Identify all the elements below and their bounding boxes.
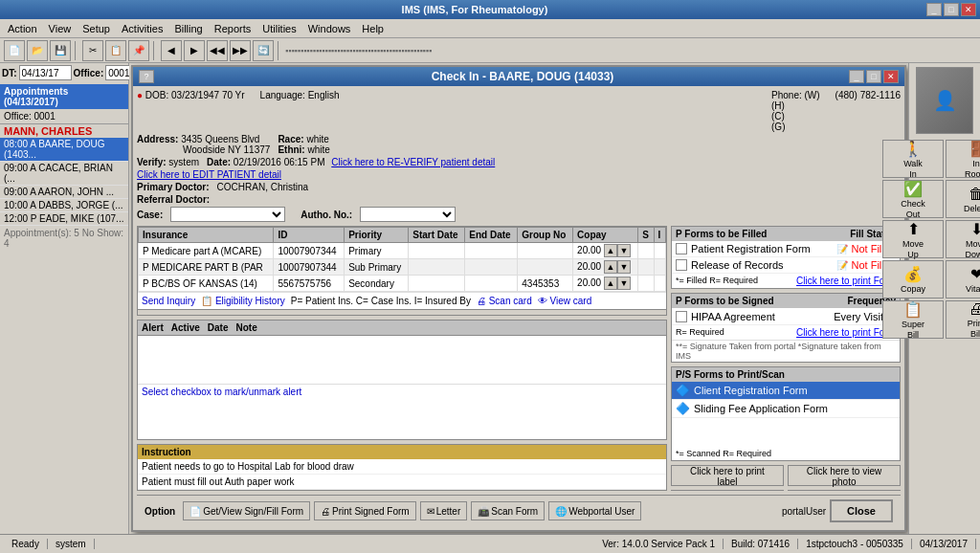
case-label: Case:: [137, 210, 163, 220]
verify-section: Verify: system: [137, 157, 199, 167]
print-label-btn[interactable]: Click here to print label: [671, 465, 784, 486]
back-button[interactable]: ◀: [161, 40, 182, 61]
click-print-form-btn[interactable]: Click here to print Form: [796, 276, 896, 286]
appointment-item[interactable]: 08:00 A BAARE, DOUG (1403...: [0, 138, 128, 162]
appointment-item[interactable]: 10:00 A DABBS, JORGE (...: [0, 199, 128, 212]
forward-button[interactable]: ▶: [184, 40, 205, 61]
forms-sign-row[interactable]: HIPAA Agreement Every Visit ✏: [672, 308, 900, 325]
close-app-button[interactable]: ✕: [961, 3, 976, 16]
open-button[interactable]: 📂: [27, 40, 48, 61]
menu-reports[interactable]: Reports: [209, 21, 257, 36]
patient-info-section: ● DOB: 03/23/1947 70 Yr Language: Englis…: [137, 90, 901, 222]
letter-bottom-btn[interactable]: ✉ Letter: [420, 501, 468, 520]
appointment-item[interactable]: 09:00 A AARON, JOHN ...: [0, 186, 128, 199]
form-sign-checkbox[interactable]: [676, 311, 687, 322]
scan-form-btn[interactable]: 📠 Scan Form: [471, 501, 545, 520]
reverify-link[interactable]: Click here to RE-VERIFY patient detail: [331, 157, 495, 167]
cut-button[interactable]: ✂: [82, 40, 103, 61]
dialog-close-button[interactable]: ✕: [883, 70, 899, 83]
send-inquiry-btn[interactable]: Send Inquiry: [142, 296, 195, 306]
paste-button[interactable]: 📌: [128, 40, 149, 61]
menu-action[interactable]: Action: [2, 21, 43, 36]
office-label: Office:: [74, 68, 104, 78]
patient-info-row4: Click here to EDIT PATIENT detail: [137, 169, 901, 180]
forms-sign-title: P Forms to be Signed: [676, 296, 774, 306]
menu-setup[interactable]: Setup: [77, 21, 116, 36]
dialog-minimize-button[interactable]: _: [849, 70, 864, 83]
maximize-button[interactable]: □: [944, 3, 959, 16]
menu-utilities[interactable]: Utilities: [256, 21, 301, 36]
address-label: Address:: [137, 134, 178, 144]
menu-activities[interactable]: Activities: [116, 21, 168, 36]
delete-button[interactable]: 🗑 Delete: [946, 180, 980, 218]
copy-button[interactable]: 📋: [105, 40, 126, 61]
case-dropdown[interactable]: [170, 207, 285, 222]
insurance-row[interactable]: P BC/BS OF KANSAS (14) 5567575756 Second…: [139, 276, 666, 292]
alert-header: Alert Active Date Note: [138, 321, 666, 336]
select-checkbox-text[interactable]: Select checkbox to mark/unmark alert: [138, 384, 666, 399]
walk-in-button[interactable]: 🚶 Walk In: [882, 140, 944, 178]
autho-dropdown[interactable]: [360, 207, 456, 222]
vitals-button[interactable]: ❤ Vitals: [946, 260, 980, 299]
copay-button[interactable]: 💰 Copay: [882, 260, 944, 299]
app-title: IMS (IMS, For Rheumatology): [23, 4, 926, 15]
refresh-button[interactable]: 🔄: [253, 40, 274, 61]
menu-billing[interactable]: Billing: [168, 21, 208, 36]
scroll-bar[interactable]: [138, 309, 666, 315]
option-label: Option: [145, 506, 175, 517]
in-room-icon: 🚪: [967, 140, 980, 158]
move-up-button[interactable]: ⬆ Move Up: [882, 220, 944, 258]
copay-up-btn[interactable]: ▲: [604, 244, 617, 257]
forms-fill-row[interactable]: Patient Registration Form 📝 Not Filled: [672, 241, 900, 257]
insurance-row[interactable]: P MEDICARE PART B (PAR 10007907344 Sub P…: [139, 259, 666, 276]
forms-print-row[interactable]: 🔷 Sliding Fee Application Form: [672, 400, 900, 418]
edit-patient-link[interactable]: Click here to EDIT PATIENT detail: [137, 169, 281, 180]
webportal-user-btn[interactable]: 🌐 Webportal User: [548, 501, 641, 520]
primary-doctor-label: Primary Doctor:: [137, 182, 210, 192]
form-checkbox[interactable]: [676, 243, 687, 254]
form-checkbox[interactable]: [676, 259, 687, 271]
insurance-row[interactable]: P Medicare part A (MCARE) 10007907344 Pr…: [139, 243, 666, 259]
phone-number-section: (480) 782-1116: [835, 90, 901, 132]
minimize-button[interactable]: _: [926, 3, 942, 16]
dialog-maximize-button[interactable]: □: [866, 70, 881, 83]
check-out-button[interactable]: ✅ Check Out: [882, 180, 944, 218]
menu-view[interactable]: View: [43, 21, 78, 36]
copay-down-btn[interactable]: ▼: [617, 244, 631, 257]
dialog-help-button[interactable]: ?: [139, 70, 154, 83]
new-button[interactable]: 📄: [4, 40, 25, 61]
move-down-button[interactable]: ⬇ Move Down: [946, 220, 980, 258]
copay-down-btn[interactable]: ▼: [617, 276, 631, 290]
copay-down-btn[interactable]: ▼: [617, 260, 631, 274]
ins-id: 10007907344: [274, 243, 345, 259]
save-button[interactable]: 💾: [50, 40, 71, 61]
dt-input[interactable]: [19, 65, 72, 80]
appointment-item[interactable]: 09:00 A CACACE, BRIAN (...: [0, 162, 128, 186]
in-room-button[interactable]: 🚪 In Room: [946, 140, 980, 178]
address-section: Address: 3435 Queens Blvd Woodside NY 11…: [137, 134, 270, 155]
letter-btn[interactable]: Letter: [671, 490, 784, 491]
get-view-sign-fill-btn[interactable]: 📄 Get/View Sign/Fill Form: [183, 501, 310, 520]
copay-up-btn[interactable]: ▲: [604, 276, 617, 290]
nav-end-button[interactable]: ▶▶: [230, 40, 251, 61]
print-bill-button[interactable]: 🖨 Print Bill: [946, 300, 980, 339]
nav-button[interactable]: ◀◀: [207, 40, 228, 61]
print-signed-form-btn[interactable]: 🖨 Print Signed Form: [314, 501, 416, 520]
forms-fill-row[interactable]: Release of Records 📝 Not Filled: [672, 257, 900, 274]
scan-card-btn[interactable]: 🖨 Scan card: [477, 296, 532, 306]
view-photo-btn[interactable]: Click here to view photo: [788, 465, 901, 486]
view-card-btn[interactable]: 👁 View card: [538, 296, 592, 306]
eligibility-history-btn[interactable]: 📋 Eligibility History: [201, 296, 285, 306]
print-icon: 🖨: [321, 506, 330, 517]
payment-plan-btn[interactable]: Payment Plan: Y: [788, 490, 901, 491]
forms-print-row-selected[interactable]: 🔷 Client Registration Form: [672, 382, 900, 400]
close-dialog-button[interactable]: Close: [830, 499, 893, 522]
menu-windows[interactable]: Windows: [302, 21, 357, 36]
menu-help[interactable]: Help: [356, 21, 390, 36]
super-bill-button[interactable]: 📋 Super Bill: [882, 300, 944, 339]
ins-priority: Sub Primary: [345, 259, 409, 276]
race-label: Race:: [278, 134, 303, 144]
copay-up-btn[interactable]: ▲: [604, 260, 617, 274]
click-print-form2-btn[interactable]: Click here to print Form: [796, 327, 896, 338]
appointment-item[interactable]: 12:00 P EADE, MIKE (107...: [0, 212, 128, 226]
